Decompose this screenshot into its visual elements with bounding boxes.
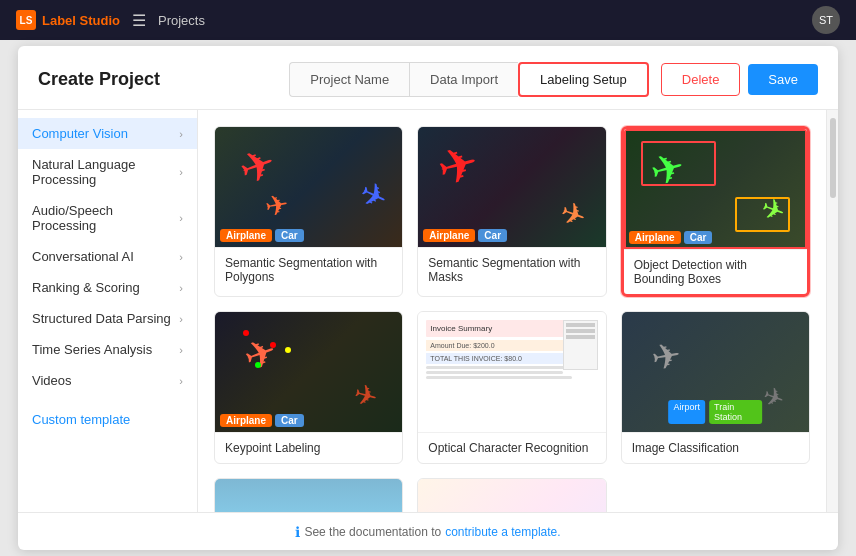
tag-overlay: Airplane Car (423, 229, 507, 242)
tag-airplane: Airplane (629, 231, 681, 244)
scrollbar-thumb[interactable] (830, 118, 836, 198)
sidebar-item-computer-vision[interactable]: Computer Vision › (18, 118, 197, 149)
templates-grid: ✈ ✈ ✈ Airplane Car Semantic Segmentation… (214, 126, 810, 512)
sidebar-custom-template[interactable]: Custom template (18, 404, 197, 435)
chevron-right-icon: › (179, 375, 183, 387)
template-thumb-object-detection: ✈ ✈ Airplane Car (624, 129, 807, 249)
scrollbar-track[interactable] (826, 110, 838, 512)
tag-airplane: Airplane (220, 229, 272, 242)
tag-overlay: Airplane Car (220, 229, 304, 242)
topbar: LS Label Studio ☰ Projects ST (0, 0, 856, 40)
sidebar-item-ranking[interactable]: Ranking & Scoring › (18, 272, 197, 303)
template-card-products[interactable]: 🧴🍷🧴 Product Detection (417, 478, 606, 512)
template-label-keypoint: Keypoint Labeling (215, 432, 402, 463)
logo-icon: LS (16, 10, 36, 30)
template-thumb-forest (215, 479, 402, 512)
sidebar-item-nlp[interactable]: Natural Language Processing › (18, 149, 197, 195)
template-label-ocr: Optical Character Recognition (418, 432, 605, 463)
save-button[interactable]: Save (748, 64, 818, 95)
template-card-keypoint[interactable]: ✈ ✈ Airplane Car (214, 311, 403, 464)
nav-projects[interactable]: Projects (158, 13, 205, 28)
template-card-seg-masks[interactable]: ✈ ✈ Airplane Car Semantic Segmentation w… (417, 126, 606, 297)
modal-actions: Delete Save (661, 63, 818, 96)
sidebar: Computer Vision › Natural Language Proce… (18, 110, 198, 512)
template-thumb-products: 🧴🍷🧴 (418, 479, 605, 512)
modal-tabs: Project Name Data Import Labeling Setup (289, 62, 648, 97)
sidebar-label-nlp: Natural Language Processing (32, 157, 179, 187)
template-thumb-seg-masks: ✈ ✈ Airplane Car (418, 127, 605, 247)
template-thumb-keypoint: ✈ ✈ Airplane Car (215, 312, 402, 432)
app-logo[interactable]: LS Label Studio (16, 10, 120, 30)
template-label-seg-polygons: Semantic Segmentation with Polygons (215, 247, 402, 292)
sidebar-label-timeseries: Time Series Analysis (32, 342, 152, 357)
templates-content: ✈ ✈ ✈ Airplane Car Semantic Segmentation… (198, 110, 826, 512)
template-card-imgclass[interactable]: ✈ ✈ Airport Train Station Image Classifi… (621, 311, 810, 464)
template-card-object-detection[interactable]: ✈ ✈ Airplane Car Object Detection with B… (621, 126, 810, 297)
template-card-ocr[interactable]: Invoice Summary Amount Due: $200.0 TOTAL… (417, 311, 606, 464)
template-label-seg-masks: Semantic Segmentation with Masks (418, 247, 605, 292)
create-project-modal: Create Project Project Name Data Import … (18, 46, 838, 550)
template-thumb-imgclass: ✈ ✈ Airport Train Station (622, 312, 809, 432)
sidebar-item-conversational[interactable]: Conversational AI › (18, 241, 197, 272)
sidebar-item-timeseries[interactable]: Time Series Analysis › (18, 334, 197, 365)
sidebar-label-videos: Videos (32, 373, 72, 388)
modal-header: Create Project Project Name Data Import … (18, 46, 838, 110)
modal-title: Create Project (38, 69, 160, 90)
sidebar-label-conversational: Conversational AI (32, 249, 134, 264)
chevron-right-icon: › (179, 313, 183, 325)
chevron-right-icon: › (179, 212, 183, 224)
tag-airplane: Airplane (423, 229, 475, 242)
chevron-right-icon: › (179, 344, 183, 356)
sidebar-item-audio[interactable]: Audio/Speech Processing › (18, 195, 197, 241)
sidebar-label-ranking: Ranking & Scoring (32, 280, 140, 295)
template-thumb-ocr: Invoice Summary Amount Due: $200.0 TOTAL… (418, 312, 605, 432)
template-label-object-detection: Object Detection with Bounding Boxes (624, 249, 807, 294)
footer-text: See the documentation to (304, 525, 441, 539)
sidebar-item-videos[interactable]: Videos › (18, 365, 197, 396)
tag-car: Car (275, 414, 304, 427)
footer-link[interactable]: contribute a template. (445, 525, 560, 539)
template-thumb-seg-polygons: ✈ ✈ ✈ Airplane Car (215, 127, 402, 247)
chevron-right-icon: › (179, 251, 183, 263)
hamburger-icon[interactable]: ☰ (132, 11, 146, 30)
user-avatar[interactable]: ST (812, 6, 840, 34)
modal-body: Computer Vision › Natural Language Proce… (18, 110, 838, 512)
delete-button[interactable]: Delete (661, 63, 741, 96)
tab-data-import[interactable]: Data Import (409, 62, 518, 97)
tag-airplane: Airplane (220, 414, 272, 427)
chevron-right-icon: › (179, 128, 183, 140)
sidebar-label-computer-vision: Computer Vision (32, 126, 128, 141)
info-icon: ℹ (295, 524, 300, 540)
tag-car: Car (478, 229, 507, 242)
tag-car: Car (684, 231, 713, 244)
template-label-imgclass: Image Classification (622, 432, 809, 463)
topbar-left: LS Label Studio ☰ Projects (16, 10, 205, 30)
sidebar-label-structured: Structured Data Parsing (32, 311, 171, 326)
tag-overlay: Airplane Car (629, 231, 713, 244)
template-card-seg-polygons[interactable]: ✈ ✈ ✈ Airplane Car Semantic Segmentation… (214, 126, 403, 297)
tab-project-name[interactable]: Project Name (289, 62, 409, 97)
chevron-right-icon: › (179, 282, 183, 294)
chevron-right-icon: › (179, 166, 183, 178)
tag-car: Car (275, 229, 304, 242)
tag-overlay: Airplane Car (220, 414, 304, 427)
logo-text: Label Studio (42, 13, 120, 28)
modal-footer: ℹ See the documentation to contribute a … (18, 512, 838, 550)
template-card-forest[interactable]: Nature Scene (214, 478, 403, 512)
sidebar-label-audio: Audio/Speech Processing (32, 203, 179, 233)
tab-labeling-setup[interactable]: Labeling Setup (518, 62, 649, 97)
sidebar-item-structured[interactable]: Structured Data Parsing › (18, 303, 197, 334)
